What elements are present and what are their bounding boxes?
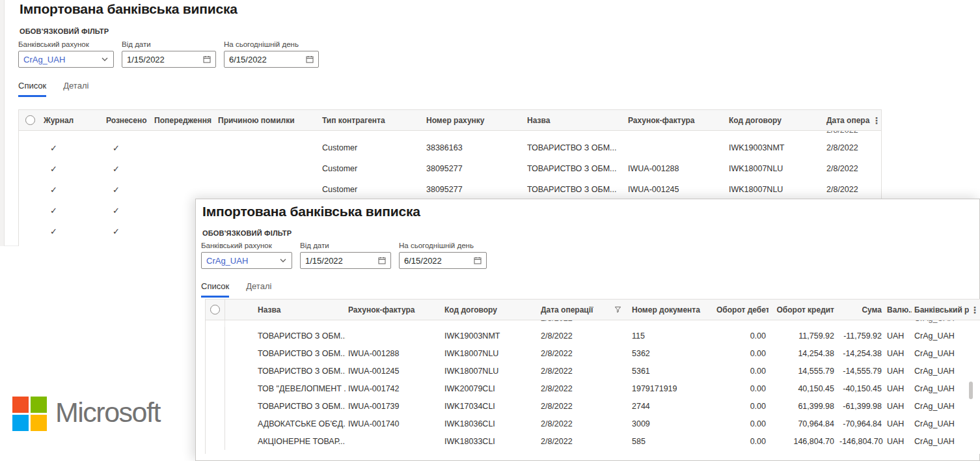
- operation-date: 2/8/2022: [538, 384, 629, 393]
- chevron-down-icon[interactable]: [101, 55, 109, 63]
- col-amount[interactable]: Сума: [837, 305, 884, 314]
- counterparty-name: ТОВАРИСТВО З ОБМ...: [225, 367, 346, 376]
- to-date-input[interactable]: 6/15/2022: [399, 252, 487, 269]
- bank-account-combobox[interactable]: CrAg_UAH: [18, 51, 114, 68]
- logo-square-red: [12, 397, 29, 413]
- col-account-number[interactable]: Номер рахунку: [424, 116, 524, 125]
- from-date-label: Від дати: [300, 242, 391, 249]
- col-bank-account[interactable]: Банківський ра: [912, 305, 969, 314]
- row-select[interactable]: [206, 344, 225, 362]
- table-row[interactable]: АКЦІОНЕРНЕ ТОВАР... IWK18033CLI 2/8/2022…: [206, 432, 980, 450]
- col-invoice[interactable]: Рахунок-фактура: [625, 116, 726, 125]
- currency: UAH: [884, 402, 912, 411]
- logo-square-yellow: [31, 415, 47, 431]
- debit: 0.00: [714, 367, 769, 376]
- to-date-field: На сьогоднішній день 6/15/2022: [399, 242, 487, 269]
- table-row[interactable]: ✓ ✓ Customer 38386163 ТОВАРИСТВО З ОБМ..…: [19, 137, 881, 158]
- more-options-icon[interactable]: ⋮: [871, 115, 882, 126]
- tab-details[interactable]: Деталі: [246, 281, 271, 298]
- table-row[interactable]: ТОВАРИСТВО З ОБМ... IWUA-001245 IWK18007…: [206, 362, 980, 380]
- journal-check-icon: ✓: [41, 143, 103, 153]
- table-row[interactable]: ТОВАРИСТВО З ОБМ... IWK19003NMT 2/8/2022…: [206, 327, 980, 344]
- invoice: IWUA-001288: [346, 349, 442, 358]
- row-select[interactable]: [206, 397, 225, 415]
- bank-account-field: Банківський рахунок CrAg_UAH: [201, 242, 292, 269]
- col-contract-code[interactable]: Код договору: [442, 305, 538, 314]
- table-row[interactable]: ТОВ "ДЕВЕЛОПМЕНТ ... IWUA-001742 IWK2007…: [206, 380, 980, 397]
- debit: 0.00: [714, 384, 769, 393]
- col-error-reason[interactable]: Причиною помилки: [215, 116, 320, 125]
- operation-date: 2/8/2022: [538, 419, 629, 428]
- clipped-bank: CrAg_UAH: [912, 320, 969, 323]
- filter-bar: Банківський рахунок CrAg_UAH Від дати 1/…: [201, 242, 487, 269]
- col-warning[interactable]: Попередження: [152, 116, 215, 125]
- bank-account-value: CrAg_UAH: [206, 256, 248, 266]
- col-operation-date[interactable]: Дата операції: [538, 305, 629, 314]
- table-row[interactable]: ✓ ✓ Customer 38095277 ТОВАРИСТВО З ОБМ..…: [19, 158, 881, 179]
- debit: 0.00: [714, 419, 769, 428]
- more-options-icon[interactable]: ⋮: [969, 305, 980, 315]
- bank-account: CrAg_UAH: [912, 384, 969, 393]
- table-row[interactable]: АДВОКАТСЬКЕ ОБ'ЄД... IWUA-001740 IWK1803…: [206, 415, 980, 432]
- from-date-value: 1/15/2022: [127, 55, 165, 64]
- col-counterparty-type[interactable]: Тип контрагента: [320, 116, 424, 125]
- counterparty-name: АКЦІОНЕРНЕ ТОВАР...: [225, 437, 346, 446]
- clipped-row: 2/8/2022: [19, 131, 881, 137]
- row-select[interactable]: [206, 380, 225, 397]
- col-operation-date[interactable]: Дата опера: [824, 116, 871, 125]
- filter-funnel-icon[interactable]: [614, 306, 621, 313]
- amount: -146,804.70: [837, 437, 884, 446]
- debit: 0.00: [714, 349, 769, 358]
- from-date-input[interactable]: 1/15/2022: [300, 252, 391, 269]
- from-date-input[interactable]: 1/15/2022: [122, 51, 216, 68]
- counterparty-type: Customer: [320, 164, 424, 173]
- row-select[interactable]: [206, 362, 225, 380]
- table-row[interactable]: ТОВАРИСТВО З ОБМ... IWUA-001288 IWK18007…: [206, 344, 980, 362]
- table-header-row: Журнал Рознесено Попередження Причиною п…: [19, 110, 881, 131]
- to-date-input[interactable]: 6/15/2022: [224, 51, 319, 68]
- col-credit[interactable]: Оборот кредит: [769, 305, 837, 314]
- to-date-value: 6/15/2022: [404, 256, 442, 266]
- vertical-scrollbar-thumb[interactable]: [969, 382, 973, 399]
- tab-list[interactable]: Список: [201, 281, 229, 298]
- select-all-checkbox[interactable]: [206, 300, 225, 320]
- col-name[interactable]: Назва: [524, 116, 625, 125]
- calendar-icon[interactable]: [378, 257, 386, 264]
- contract-code: IWK18007NLU: [442, 367, 538, 376]
- col-currency[interactable]: Валю...: [884, 305, 912, 314]
- microsoft-logo: Microsoft: [12, 397, 160, 431]
- table-row[interactable]: ✓ ✓ Customer 38095277 ТОВАРИСТВО З ОБМ..…: [19, 179, 881, 200]
- chevron-down-icon[interactable]: [279, 257, 287, 264]
- calendar-icon[interactable]: [306, 55, 314, 63]
- col-contract-code[interactable]: Код договору: [726, 116, 824, 125]
- debit: 0.00: [714, 331, 769, 341]
- row-select[interactable]: [206, 327, 225, 344]
- col-debit[interactable]: Оборот дебет: [714, 305, 769, 314]
- logo-square-blue: [12, 415, 29, 431]
- to-date-field: На сьогоднішній день 6/15/2022: [224, 40, 319, 68]
- mandatory-filter-caption: ОБОВ'ЯЗКОВИЙ ФІЛЬТР: [202, 229, 292, 237]
- table-row[interactable]: ТОВАРИСТВО З ОБМ... IWUA-001739 IWK17034…: [206, 397, 980, 415]
- contract-code: IWK17034CLI: [442, 402, 538, 411]
- col-document-number[interactable]: Номер документа: [629, 305, 714, 314]
- col-posted[interactable]: Рознесено: [103, 116, 152, 125]
- col-journal[interactable]: Журнал: [41, 116, 103, 125]
- microsoft-wordmark: Microsoft: [55, 398, 160, 426]
- col-name[interactable]: Назва: [225, 305, 346, 314]
- microsoft-squares-icon: [12, 397, 47, 431]
- tab-list[interactable]: Список: [18, 81, 46, 97]
- to-date-label: На сьогоднішній день: [224, 40, 319, 48]
- page-title: Імпортована банківська виписка: [20, 1, 238, 17]
- tab-details[interactable]: Деталі: [63, 81, 88, 97]
- credit: 14,555.79: [769, 367, 837, 376]
- bank-account: CrAg_UAH: [912, 349, 969, 358]
- clipped-date: 2/8/2022: [824, 131, 871, 135]
- bank-account-combobox[interactable]: CrAg_UAH: [201, 252, 292, 269]
- calendar-icon[interactable]: [474, 257, 482, 264]
- row-select[interactable]: [206, 432, 225, 450]
- select-all-checkbox[interactable]: [19, 115, 41, 125]
- calendar-icon[interactable]: [203, 55, 211, 63]
- row-select[interactable]: [206, 415, 225, 432]
- col-invoice[interactable]: Рахунок-фактура: [346, 305, 442, 314]
- account-number: 38386163: [424, 143, 524, 152]
